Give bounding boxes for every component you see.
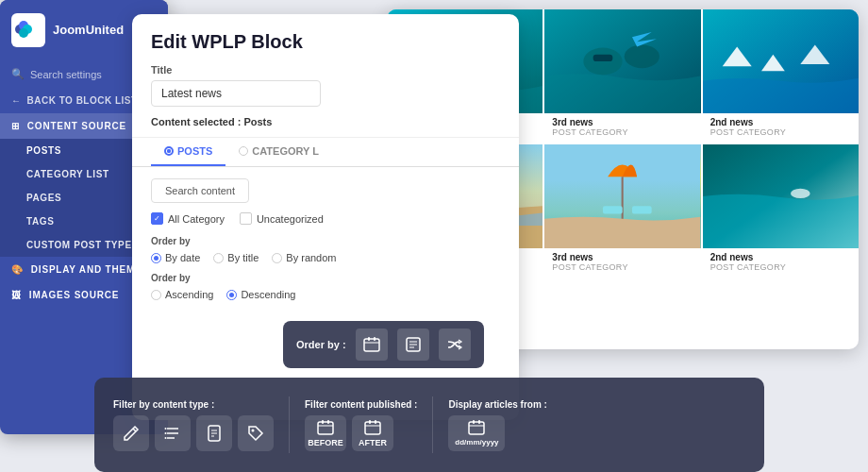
title-label: By title bbox=[227, 252, 259, 263]
preview-item-6-title: 2nd news bbox=[710, 252, 851, 262]
svg-rect-51 bbox=[473, 420, 475, 424]
preview-item-3-cat: POST CATEGORY bbox=[710, 127, 851, 137]
order-ascending[interactable]: Ascending bbox=[151, 289, 213, 300]
ascending-radio bbox=[151, 290, 161, 300]
tabs-row: POSTS CATEGORY L bbox=[132, 138, 519, 167]
date-order-icon[interactable] bbox=[356, 329, 388, 361]
date-label: By date bbox=[165, 252, 200, 263]
order-by-tooltip: Order by : bbox=[283, 321, 484, 368]
svg-rect-22 bbox=[364, 339, 379, 351]
svg-rect-24 bbox=[374, 337, 376, 341]
preview-item-6-cat: POST CATEGORY bbox=[710, 262, 851, 272]
svg-point-35 bbox=[165, 432, 167, 434]
preview-img-6 bbox=[703, 144, 859, 248]
filter-pub-icons: BEFORE AFTER bbox=[305, 415, 393, 451]
title-field-label: Title bbox=[151, 64, 500, 76]
before-date-button[interactable]: BEFORE bbox=[305, 415, 346, 451]
doc-icon-box[interactable] bbox=[196, 415, 232, 451]
order-by-title[interactable]: By title bbox=[213, 252, 259, 263]
filter-published-label: Filter content published : bbox=[305, 399, 417, 410]
filter-published-section: Filter content published : BEFORE bbox=[305, 399, 417, 451]
preview-item-5-cat: POST CATEGORY bbox=[552, 262, 693, 272]
search-settings-label: Search settings bbox=[30, 69, 102, 80]
date-radio bbox=[151, 253, 161, 263]
filter-content-icons bbox=[113, 415, 274, 451]
svg-rect-19 bbox=[632, 206, 652, 213]
display-articles-section: Display articles from : dd/mm/yyyy bbox=[448, 399, 546, 451]
edit-panel-title: Edit WPLP Block bbox=[151, 31, 500, 53]
tag-icon-box[interactable] bbox=[238, 415, 274, 451]
svg-point-8 bbox=[625, 44, 659, 68]
preview-img-5 bbox=[544, 144, 700, 248]
images-source-label: IMAGES SOURCE bbox=[29, 290, 119, 300]
order-by-field-label: Order by bbox=[151, 236, 500, 246]
search-content-button[interactable]: Search content bbox=[151, 178, 249, 203]
svg-point-34 bbox=[165, 428, 167, 430]
display-theme-label: DISPLAY AND THEME bbox=[31, 264, 142, 275]
order-direction-label: Order by bbox=[151, 273, 500, 283]
display-articles-placeholder: dd/mm/yyyy bbox=[455, 438, 498, 447]
svg-rect-46 bbox=[365, 422, 380, 434]
tab-category[interactable]: CATEGORY L bbox=[225, 138, 332, 166]
edit-panel-header: Edit WPLP Block Title Content selected :… bbox=[132, 14, 519, 138]
edit-icon-box[interactable] bbox=[113, 415, 149, 451]
order-by-radio-row: By date By title By random bbox=[151, 252, 500, 263]
back-label: BACK TO BLOCK LIST bbox=[27, 95, 138, 106]
order-direction-row: Ascending Descending bbox=[151, 289, 500, 300]
order-descending[interactable]: Descending bbox=[226, 289, 295, 300]
descending-radio bbox=[226, 290, 237, 300]
filter-content-label: Filter by content type : bbox=[113, 399, 214, 410]
svg-point-36 bbox=[165, 437, 167, 439]
after-date-button[interactable]: AFTER bbox=[352, 415, 393, 451]
arrow-left-icon: ← bbox=[11, 95, 22, 106]
preview-item-2: 3rd news POST CATEGORY bbox=[544, 9, 700, 143]
tab-posts-label: POSTS bbox=[177, 145, 212, 157]
custom-post-type-label: CUSTOM POST TYPE bbox=[26, 240, 132, 250]
svg-rect-3 bbox=[19, 28, 28, 38]
display-and-theme-left: 🎨 DISPLAY AND THEME bbox=[11, 264, 142, 275]
display-articles-date-icon[interactable]: dd/mm/yyyy bbox=[448, 415, 505, 451]
filter-content-section: Filter by content type : bbox=[113, 399, 274, 451]
list-icon-box[interactable] bbox=[155, 415, 191, 451]
order-by-tooltip-label: Order by : bbox=[296, 339, 346, 350]
svg-rect-52 bbox=[478, 420, 480, 424]
order-by-random[interactable]: By random bbox=[272, 252, 336, 263]
tags-label: TAGS bbox=[26, 216, 54, 227]
preview-item-5: 3rd news POST CATEGORY bbox=[544, 144, 700, 278]
content-selected-label: Content selected : Posts bbox=[151, 116, 500, 127]
svg-rect-42 bbox=[318, 422, 333, 434]
divider-2 bbox=[432, 396, 433, 453]
preview-item-5-info: 3rd news POST CATEGORY bbox=[544, 248, 700, 278]
tab-posts[interactable]: POSTS bbox=[151, 138, 225, 166]
list-order-icon[interactable] bbox=[397, 329, 429, 361]
ascending-label: Ascending bbox=[165, 289, 213, 300]
palette-icon: 🎨 bbox=[11, 264, 24, 275]
preview-item-2-cat: POST CATEGORY bbox=[552, 127, 693, 137]
bottom-overlay: Filter by content type : bbox=[94, 378, 764, 472]
preview-item-3: 2nd news POST CATEGORY bbox=[703, 9, 859, 143]
content-source-left: ⊞ CONTENT SOURCE bbox=[11, 121, 126, 131]
title-input[interactable] bbox=[151, 80, 321, 107]
order-by-date[interactable]: By date bbox=[151, 252, 200, 263]
content-source-label: CONTENT SOURCE bbox=[27, 121, 126, 131]
uncategorized-checkbox[interactable]: Uncategorized bbox=[240, 212, 324, 225]
svg-point-21 bbox=[791, 189, 810, 198]
preview-item-3-title: 2nd news bbox=[710, 117, 851, 127]
display-articles-label: Display articles from : bbox=[448, 399, 546, 410]
shuffle-order-icon[interactable] bbox=[439, 329, 471, 361]
preview-item-2-info: 3rd news POST CATEGORY bbox=[544, 113, 700, 143]
logo-icon bbox=[11, 13, 45, 47]
logo-text: JoomUnited bbox=[53, 23, 124, 38]
tab-category-radio bbox=[239, 146, 248, 156]
uncategorized-label: Uncategorized bbox=[257, 213, 324, 225]
preview-item-6: 2nd news POST CATEGORY bbox=[703, 144, 859, 278]
category-list-label: CATEGORY LIST bbox=[26, 169, 109, 179]
all-category-checkbox[interactable]: ✓ All Category bbox=[151, 212, 225, 225]
svg-rect-47 bbox=[369, 420, 371, 424]
random-radio bbox=[272, 253, 282, 263]
preview-item-3-info: 2nd news POST CATEGORY bbox=[703, 113, 859, 143]
after-label: AFTER bbox=[359, 438, 387, 447]
svg-rect-9 bbox=[593, 55, 613, 61]
preview-img-3 bbox=[703, 9, 859, 113]
preview-img-2 bbox=[544, 9, 700, 113]
